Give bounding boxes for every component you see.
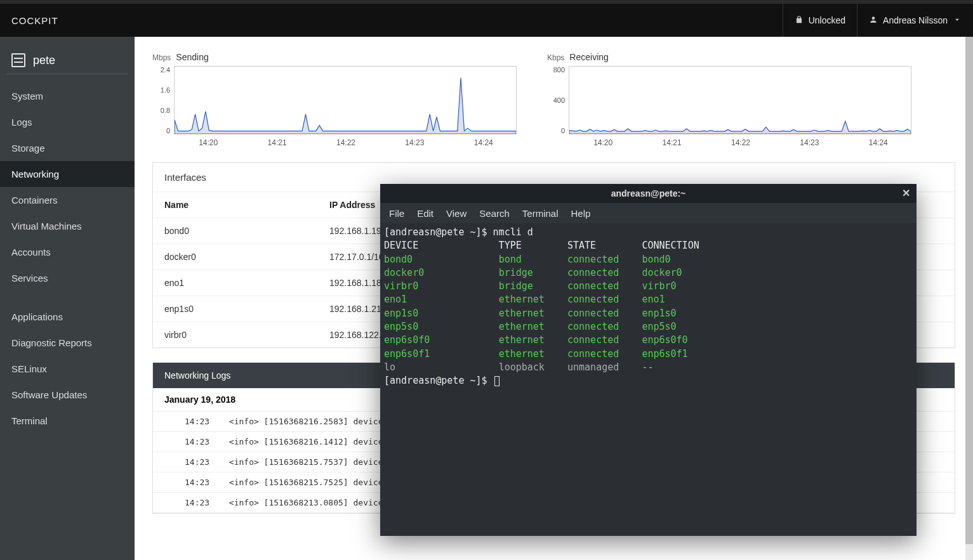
- chart-title-label: Sending: [176, 52, 208, 62]
- scrollbar[interactable]: [965, 37, 973, 560]
- iface-name: docker0: [153, 244, 318, 270]
- sidebar-item-networking[interactable]: Networking: [0, 161, 135, 187]
- user-menu[interactable]: Andreas Nilsson: [857, 4, 973, 37]
- chart-y-axis: 8004000: [547, 66, 569, 134]
- terminal-title: andreasn@pete:~: [611, 188, 686, 199]
- topbar: COCKPIT Unlocked Andreas Nilsson: [0, 0, 973, 37]
- chart-receiving: Kbps Receiving 8004000 14:2014:2114:2214…: [547, 52, 913, 147]
- terminal-window[interactable]: andreasn@pete:~ ✕ FileEditViewSearchTerm…: [380, 184, 917, 536]
- chart-x-axis: 14:2014:2114:2214:2314:24: [152, 138, 518, 147]
- lock-label: Unlocked: [809, 15, 845, 25]
- lock-status[interactable]: Unlocked: [783, 4, 857, 37]
- server-icon: [11, 53, 25, 67]
- iface-name: enp1s0: [153, 296, 318, 322]
- chart-unit: Mbps: [152, 53, 171, 62]
- terminal-menu-file[interactable]: File: [389, 208, 404, 219]
- sidebar-item-storage[interactable]: Storage: [0, 135, 135, 161]
- brand-label: COCKPIT: [0, 15, 58, 26]
- chart-y-axis: 2.41.60.80: [152, 66, 174, 134]
- iface-name: eno1: [153, 270, 318, 296]
- terminal-menubar: FileEditViewSearchTerminalHelp: [380, 203, 917, 223]
- host-switcher[interactable]: pete: [6, 47, 128, 74]
- user-name: Andreas Nilsson: [883, 15, 948, 25]
- sidebar-item-system[interactable]: System: [0, 83, 135, 109]
- sidebar-item-applications[interactable]: Applications: [0, 304, 135, 330]
- terminal-menu-search[interactable]: Search: [479, 208, 510, 219]
- chart-title-label: Receiving: [569, 52, 608, 62]
- sidebar-item-logs[interactable]: Logs: [0, 109, 135, 135]
- sidebar-item-services[interactable]: Services: [0, 265, 135, 291]
- terminal-menu-help[interactable]: Help: [571, 208, 591, 219]
- col-name: Name: [153, 192, 318, 218]
- chart-x-axis: 14:2014:2114:2214:2314:24: [547, 138, 913, 147]
- terminal-menu-terminal[interactable]: Terminal: [522, 208, 559, 219]
- chevron-down-icon: [953, 15, 962, 26]
- user-icon: [869, 15, 878, 26]
- sidebar-item-diagnostic-reports[interactable]: Diagnostic Reports: [0, 330, 135, 356]
- sidebar-item-software-updates[interactable]: Software Updates: [0, 382, 135, 408]
- close-icon[interactable]: ✕: [902, 187, 910, 199]
- iface-name: bond0: [153, 218, 318, 244]
- sidebar-item-accounts[interactable]: Accounts: [0, 239, 135, 265]
- sidebar-item-terminal[interactable]: Terminal: [0, 408, 135, 434]
- charts-row: Mbps Sending 2.41.60.80 14:2014:2114:221…: [152, 52, 955, 147]
- iface-name: virbr0: [153, 322, 318, 348]
- terminal-body[interactable]: [andreasn@pete ~]$ nmcli d DEVICE TYPE S…: [380, 223, 917, 536]
- terminal-menu-edit[interactable]: Edit: [417, 208, 434, 219]
- chart-sending: Mbps Sending 2.41.60.80 14:2014:2114:221…: [152, 52, 518, 147]
- host-name: pete: [33, 54, 55, 67]
- terminal-menu-view[interactable]: View: [446, 208, 467, 219]
- terminal-titlebar[interactable]: andreasn@pete:~ ✕: [380, 184, 917, 203]
- sidebar: pete SystemLogsStorageNetworkingContaine…: [0, 37, 135, 560]
- sidebar-item-containers[interactable]: Containers: [0, 187, 135, 213]
- lock-icon: [795, 15, 804, 26]
- sidebar-item-selinux[interactable]: SELinux: [0, 356, 135, 382]
- sidebar-item-virtual-machines[interactable]: Virtual Machines: [0, 213, 135, 239]
- chart-unit: Kbps: [547, 53, 564, 62]
